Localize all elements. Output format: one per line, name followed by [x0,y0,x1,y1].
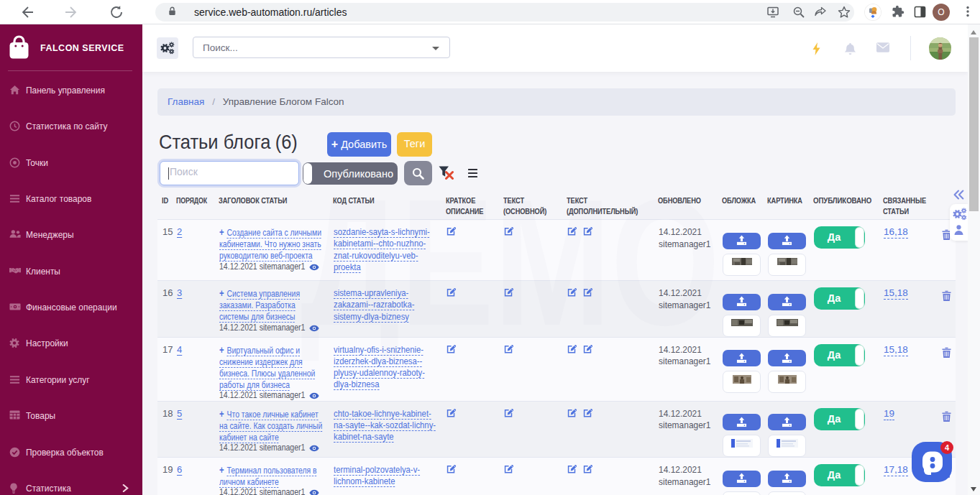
published-filter-switch[interactable]: Опубликовано [303,162,398,185]
table-settings-cogs-icon[interactable] [953,207,966,220]
upload-cover-button[interactable] [723,350,761,366]
page-scrollbar[interactable] [968,24,980,495]
edit-icon[interactable] [567,344,577,354]
edit-icon[interactable] [504,226,514,236]
eye-icon[interactable] [309,489,319,495]
upload-picture-button[interactable] [768,233,806,249]
edit-icon[interactable] [504,287,514,297]
cover-thumbnail[interactable] [723,371,761,393]
edit-icon[interactable] [567,464,577,474]
sidebar-item-4[interactable]: Менеджеры [0,227,142,243]
article-title-link[interactable]: Создание сайта с личными кабинетами. Что… [219,227,321,261]
cover-thumbnail[interactable] [723,254,761,276]
edit-icon[interactable] [504,464,514,474]
expand-plus-icon[interactable]: + [219,464,224,476]
related-articles-link[interactable]: 16,18 [884,226,908,239]
cover-thumbnail[interactable] [723,491,761,495]
edit-icon[interactable] [583,226,593,236]
extensions-puzzle-icon[interactable] [892,5,905,18]
picture-thumbnail[interactable] [768,254,806,276]
upload-cover-button[interactable] [723,233,761,249]
cover-thumbnail[interactable] [723,315,761,337]
related-articles-link[interactable]: 15,18 [884,287,908,300]
order-link[interactable]: 5 [177,408,182,419]
url-text[interactable]: service.web-automation.ru/articles [194,6,347,18]
add-article-button[interactable]: +Добавить [327,132,391,157]
cover-thumbnail[interactable] [723,435,761,457]
order-link[interactable]: 3 [177,287,182,298]
install-icon[interactable] [766,6,779,19]
eye-icon[interactable] [309,445,319,452]
zoom-out-icon[interactable] [792,6,805,19]
eye-icon[interactable] [309,325,319,332]
edit-icon[interactable] [447,287,457,297]
messages-envelope-icon[interactable] [876,42,890,56]
browser-menu-icon[interactable] [961,5,974,18]
scrollbar-up-arrow[interactable] [971,30,976,34]
browser-profile-avatar[interactable]: O [933,4,950,21]
published-toggle[interactable]: Да [814,408,865,430]
article-code-link[interactable]: chto-takoe-lichnye-kabinet-na-sayte--kak… [334,408,439,443]
sidebar-item-11[interactable]: Статистика [0,481,142,495]
scrollbar-down-arrow[interactable] [971,487,976,491]
search-button[interactable] [404,161,432,185]
expand-plus-icon[interactable]: + [219,344,224,356]
share-icon[interactable] [814,6,827,19]
edit-icon[interactable] [447,408,457,418]
sidebar-item-8[interactable]: Категории услуг [0,372,142,388]
related-articles-link[interactable]: 15,18 [884,344,908,356]
upload-cover-button[interactable] [723,414,761,430]
breadcrumb-home-link[interactable]: Главная [168,96,204,107]
edit-icon[interactable] [447,344,457,354]
order-link[interactable]: 4 [177,344,182,355]
sidebar-item-2[interactable]: Точки [0,155,142,171]
sidebar-item-9[interactable]: Товары [0,408,142,424]
tags-button[interactable]: Теги [397,132,432,157]
picture-thumbnail[interactable] [768,491,806,495]
article-title-link[interactable]: Что такое личные кабинет на сайте. Как с… [219,409,322,443]
upload-cover-button[interactable] [723,471,761,487]
delete-trash-icon[interactable] [942,347,951,358]
published-toggle[interactable]: Да [814,226,865,249]
notifications-bell-icon[interactable] [844,42,858,56]
order-link[interactable]: 2 [177,226,182,237]
picture-thumbnail[interactable] [768,315,806,337]
chat-widget-button[interactable]: 4 [912,442,953,484]
expand-plus-icon[interactable]: + [219,408,224,420]
upload-picture-button[interactable] [768,414,806,430]
order-link[interactable]: 6 [177,464,182,475]
table-search-input[interactable] [170,166,292,177]
picture-thumbnail[interactable] [768,435,806,457]
collapse-panel-icon[interactable] [952,188,965,201]
sidebar-item-5[interactable]: Клиенты [0,264,142,279]
global-search-select[interactable]: Поиск... [193,37,450,58]
published-toggle[interactable]: Да [814,287,865,310]
article-code-link[interactable]: terminal-polzovatelya-v-lichnom-kabinete [334,464,439,488]
sidebar-item-0[interactable]: Панель управления [0,83,142,98]
sidebar-item-1[interactable]: Статистика по сайту [0,119,142,134]
delete-trash-icon[interactable] [942,290,951,301]
edit-icon[interactable] [583,287,593,297]
edit-icon[interactable] [583,408,593,418]
edit-icon[interactable] [504,408,514,418]
expand-plus-icon[interactable]: + [219,287,224,299]
upload-picture-button[interactable] [768,471,806,487]
bolt-icon[interactable] [812,42,825,56]
upload-picture-button[interactable] [768,350,806,366]
edit-icon[interactable] [447,226,457,236]
sidebar-brand[interactable]: FALCON SERVICE [0,24,142,72]
sidebar-item-7[interactable]: Настройки [0,336,142,351]
user-avatar[interactable] [929,37,951,60]
edit-icon[interactable] [567,287,577,297]
published-toggle[interactable]: Да [814,464,865,486]
sidebar-item-6[interactable]: Финансовые операции [0,300,142,315]
browser-back-icon[interactable] [20,5,35,19]
browser-reload-icon[interactable] [109,5,124,19]
picture-thumbnail[interactable] [768,371,806,393]
article-code-link[interactable]: virtualny-ofis-i-snizhenie-izderzhek-dly… [334,344,439,391]
edit-icon[interactable] [504,344,514,354]
published-toggle[interactable]: Да [814,344,865,366]
related-articles-link[interactable]: 19 [884,408,894,420]
edit-icon[interactable] [447,464,457,474]
scrollbar-thumb[interactable] [969,37,979,211]
